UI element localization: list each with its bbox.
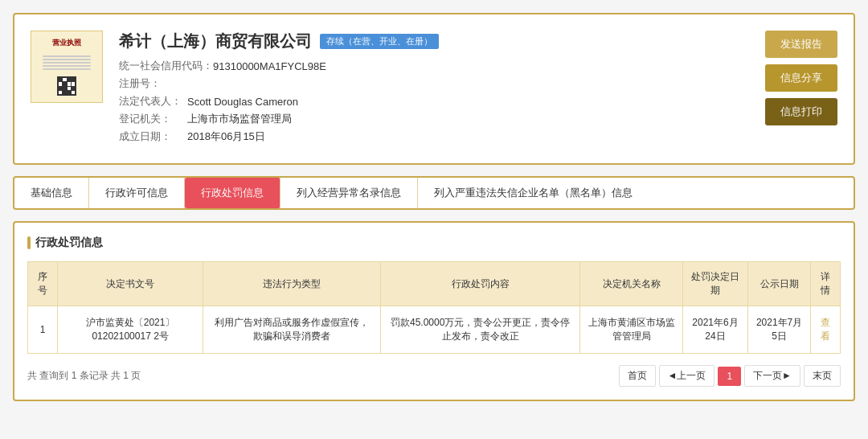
tab-basic[interactable]: 基础信息 <box>14 178 89 208</box>
reg-no-label: 注册号： <box>119 76 187 91</box>
est-date-value: 2018年06月15日 <box>187 129 265 144</box>
company-name: 希计（上海）商贸有限公司 <box>119 31 312 52</box>
legal-rep-value: Scott Douglas Cameron <box>187 96 298 108</box>
col-header-authority: 决定机关名称 <box>580 262 682 306</box>
credit-code-label: 统一社会信用代码： <box>119 59 213 73</box>
company-info: 希计（上海）商贸有限公司 存续（在营、开业、在册） 统一社会信用代码： 9131… <box>119 31 749 147</box>
tab-blacklist[interactable]: 列入严重违法失信企业名单（黑名单）信息 <box>418 178 649 208</box>
content-card: 行政处罚信息 序号 决定书文号 违法行为类型 行政处罚内容 决定机关名称 处罚决… <box>13 221 855 401</box>
current-page-button[interactable]: 1 <box>718 367 741 386</box>
reg-authority-value: 上海市市场监督管理局 <box>187 112 292 126</box>
qr-code <box>57 76 76 96</box>
est-date-label: 成立日期： <box>119 129 187 144</box>
company-card: 营业执照 希计（上海）商贸有限公司 存续（在营、开业、在册） 统一社会信用代码： <box>13 13 855 165</box>
cell-penalty-content: 罚款45.0000万元，责令公开更正，责令停止发布，责令改正 <box>380 306 579 354</box>
logo-decoration <box>43 55 92 70</box>
pagination: 首页 ◄上一页 1 下一页► 末页 <box>619 365 841 387</box>
cell-penalty-date: 2021年6月24日 <box>682 306 748 354</box>
tab-abnormal[interactable]: 列入经营异常名录信息 <box>280 178 418 208</box>
tab-permit[interactable]: 行政许可信息 <box>89 178 185 208</box>
cell-seq: 1 <box>28 306 58 354</box>
col-header-seq: 序号 <box>28 262 58 306</box>
cell-decision-no: 沪市监黄处〔2021〕01202100017 2号 <box>58 306 203 354</box>
col-header-decision-no: 决定书文号 <box>58 262 203 306</box>
prev-page-button[interactable]: ◄上一页 <box>659 365 715 387</box>
credit-code-value: 91310000MA1FYCL98E <box>213 60 326 72</box>
reg-no-row: 注册号： <box>119 76 749 91</box>
action-buttons: 发送报告 信息分享 信息打印 <box>765 31 837 125</box>
section-title: 行政处罚信息 <box>27 236 841 250</box>
penalty-table: 序号 决定书文号 违法行为类型 行政处罚内容 决定机关名称 处罚决定日期 公示日… <box>27 261 841 354</box>
next-page-button[interactable]: 下一页► <box>744 365 800 387</box>
logo-text: 营业执照 <box>52 38 81 48</box>
cell-authority: 上海市黄浦区市场监管管理局 <box>580 306 682 354</box>
col-header-violation: 违法行为类型 <box>203 262 381 306</box>
col-header-publish-date: 公示日期 <box>748 262 810 306</box>
company-name-row: 希计（上海）商贸有限公司 存续（在营、开业、在册） <box>119 31 749 52</box>
table-row: 1 沪市监黄处〔2021〕01202100017 2号 利用广告对商品或服务作虚… <box>28 306 841 354</box>
col-header-penalty-content: 行政处罚内容 <box>380 262 579 306</box>
reg-authority-row: 登记机关： 上海市市场监督管理局 <box>119 112 749 126</box>
tab-navigation: 基础信息 行政许可信息 行政处罚信息 列入经营异常名录信息 列入严重违法失信企业… <box>13 176 855 210</box>
legal-rep-label: 法定代表人： <box>119 94 187 109</box>
reg-authority-label: 登记机关： <box>119 112 187 126</box>
est-date-row: 成立日期： 2018年06月15日 <box>119 129 749 144</box>
credit-code-row: 统一社会信用代码： 91310000MA1FYCL98E <box>119 59 749 73</box>
tab-penalty[interactable]: 行政处罚信息 <box>185 178 280 208</box>
col-header-detail: 详情 <box>810 262 840 306</box>
first-page-button[interactable]: 首页 <box>619 365 656 387</box>
legal-rep-row: 法定代表人： Scott Douglas Cameron <box>119 94 749 109</box>
last-page-button[interactable]: 末页 <box>804 365 841 387</box>
status-badge: 存续（在营、开业、在册） <box>320 34 439 49</box>
share-info-button[interactable]: 信息分享 <box>765 64 837 92</box>
send-report-button[interactable]: 发送报告 <box>765 31 837 58</box>
view-detail-link[interactable]: 查看 <box>821 317 830 342</box>
cell-detail[interactable]: 查看 <box>810 306 840 354</box>
cell-violation-type: 利用广告对商品或服务作虚假宣传，欺骗和误导消费者 <box>203 306 381 354</box>
col-header-penalty-date: 处罚决定日期 <box>682 262 748 306</box>
company-logo: 营业执照 <box>31 31 103 103</box>
print-info-button[interactable]: 信息打印 <box>765 98 837 125</box>
cell-publish-date: 2021年7月5日 <box>748 306 810 354</box>
pagination-row: 共 查询到 1 条记录 共 1 页 首页 ◄上一页 1 下一页► 末页 <box>27 365 841 387</box>
record-count: 共 查询到 1 条记录 共 1 页 <box>27 369 141 383</box>
